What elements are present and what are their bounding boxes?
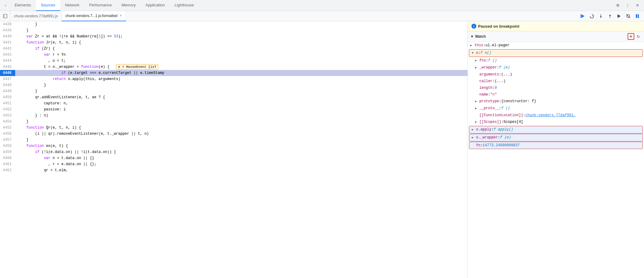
- line-number-4443[interactable]: 4443: [0, 52, 15, 58]
- settings-icon[interactable]: ⚙: [614, 1, 622, 10]
- watch-item-10[interactable]: [[FunctionLocation]]: chunk-vendors.77da…: [468, 112, 644, 119]
- watch-colon-11: :: [501, 119, 503, 125]
- tab-network[interactable]: Network: [60, 0, 84, 11]
- watch-prop-value-12: f apply(): [494, 127, 513, 132]
- code-line-4442: 4442 if (Zr) {: [0, 46, 468, 52]
- watch-item-0[interactable]: ▶this: ul.el-pager: [468, 42, 644, 49]
- watch-colon-4: :: [499, 72, 501, 77]
- code-line-4449: 4449 }: [0, 88, 468, 94]
- code-line-4456: 4456 (i || qr).removeEventListener(e, t.…: [0, 131, 468, 137]
- line-number-4454[interactable]: 4454: [0, 119, 15, 125]
- watch-item-3[interactable]: ▶_wrapper: f (e): [468, 64, 644, 71]
- watch-item-2[interactable]: ▶fns: f (): [468, 57, 644, 64]
- line-number-4461[interactable]: 4461: [0, 161, 15, 167]
- file-tab-close-icon[interactable]: ✕: [119, 14, 122, 18]
- line-code-4446: if (e.target === e.currentTarget || e.ti…: [15, 70, 468, 76]
- sidebar-toggle-button[interactable]: [0, 11, 10, 21]
- file-tabs-bar: chunk-vendors.77daf991.js chunk-vendors.…: [0, 11, 644, 21]
- line-number-4449[interactable]: 4449: [0, 88, 15, 94]
- step-over-button[interactable]: [587, 12, 596, 20]
- tab-elements[interactable]: Elements: [10, 0, 36, 11]
- watch-item-14[interactable]: Yn: 14773.24999999837: [469, 142, 643, 149]
- watch-item-4[interactable]: arguments: (...): [468, 71, 644, 78]
- hover-tooltip: e = MouseEvent {isT: [116, 64, 158, 70]
- watch-prop-name-4: arguments: [479, 72, 499, 77]
- line-number-4446[interactable]: 4446: [0, 70, 15, 76]
- step-into-button[interactable]: [597, 12, 605, 20]
- tree-arrow-11[interactable]: ▶: [475, 120, 479, 125]
- line-number-4439[interactable]: 4439: [0, 27, 15, 33]
- watch-item-1[interactable]: ▼o: f n(): [469, 49, 643, 57]
- svg-line-13: [626, 14, 630, 18]
- tab-left-arrow[interactable]: ‹: [1, 0, 10, 11]
- file-tab-unformatted[interactable]: chunk-vendors.77daf991.js: [10, 11, 62, 21]
- watch-colon-3: :: [497, 65, 499, 70]
- line-code-4438: }: [15, 21, 468, 27]
- watch-item-5[interactable]: caller: (...): [468, 78, 644, 85]
- file-tab-formatted[interactable]: chunk-vendors.7...1.js:formatted ✕: [62, 11, 126, 21]
- line-number-4441[interactable]: 4441: [0, 40, 15, 46]
- pause-button[interactable]: [633, 12, 642, 20]
- line-number-4462[interactable]: 4462: [0, 167, 15, 173]
- tab-memory[interactable]: Memory: [117, 0, 141, 11]
- watch-collapse-arrow[interactable]: ▼: [470, 34, 474, 39]
- code-line-4460: 4460 var n = t.data.on || {}: [0, 155, 468, 161]
- tree-arrow-8[interactable]: ▶: [475, 99, 479, 104]
- step-out-button[interactable]: [606, 12, 614, 20]
- line-number-4438[interactable]: 4438: [0, 21, 15, 27]
- line-number-4451[interactable]: 4451: [0, 100, 15, 106]
- watch-add-button[interactable]: +: [628, 33, 634, 40]
- code-line-4439: 4439 }: [0, 27, 468, 33]
- tab-lighthouse[interactable]: Lighthouse: [170, 0, 199, 11]
- tab-performance[interactable]: Performance: [84, 0, 117, 11]
- line-number-4460[interactable]: 4460: [0, 155, 15, 161]
- watch-prop-value-10[interactable]: chunk-vendors.77daf991.: [525, 113, 576, 118]
- line-number-4453[interactable]: 4453: [0, 113, 15, 119]
- line-number-4456[interactable]: 4456: [0, 131, 15, 137]
- resume-button[interactable]: [578, 12, 587, 20]
- line-number-4442[interactable]: 4442: [0, 46, 15, 52]
- tree-arrow-13[interactable]: ▶: [472, 135, 475, 141]
- watch-item-13[interactable]: ▶o._wrapper: f (e): [469, 134, 643, 141]
- watch-prop-value-3: f (e): [499, 65, 510, 70]
- code-line-4448: 4448 }: [0, 82, 468, 88]
- watch-colon-9: :: [499, 106, 501, 111]
- line-number-4448[interactable]: 4448: [0, 82, 15, 88]
- close-icon[interactable]: ✕: [633, 1, 642, 10]
- tree-arrow-2[interactable]: ▶: [475, 58, 479, 64]
- watch-item-12[interactable]: ▶o.apply: f apply(): [469, 126, 643, 134]
- tab-application[interactable]: Application: [141, 0, 170, 11]
- line-number-4440[interactable]: 4440: [0, 33, 15, 40]
- line-number-4459[interactable]: 4459: [0, 149, 15, 155]
- more-icon[interactable]: ⋮: [623, 1, 632, 10]
- tab-sources[interactable]: Sources: [36, 0, 60, 11]
- step-button[interactable]: [615, 12, 623, 20]
- watch-item-11[interactable]: ▶[[Scopes]]: Scopes[4]: [468, 119, 644, 126]
- svg-marker-4: [592, 15, 594, 16]
- line-number-4457[interactable]: 4457: [0, 137, 15, 143]
- watch-item-9[interactable]: ▶__proto__: f (): [468, 105, 644, 112]
- watch-colon-5: :: [492, 78, 495, 84]
- line-number-4458[interactable]: 4458: [0, 143, 15, 149]
- tree-arrow-1[interactable]: ▼: [472, 50, 475, 56]
- line-number-4447[interactable]: 4447: [0, 76, 15, 82]
- line-number-4444[interactable]: 4444: [0, 58, 15, 64]
- watch-refresh-button[interactable]: ↻: [635, 33, 642, 40]
- watch-item-6[interactable]: length: 0: [468, 85, 644, 91]
- line-number-4445[interactable]: 4445: [0, 64, 15, 70]
- deactivate-breakpoints-button[interactable]: [624, 12, 632, 20]
- watch-prop-value-2: f (): [488, 58, 497, 63]
- tree-arrow-0[interactable]: ▶: [470, 43, 474, 48]
- watch-item-8[interactable]: ▶prototype: {constructor: f}: [468, 98, 644, 105]
- file-tab-formatted-label: chunk-vendors.7...1.js:formatted: [65, 14, 117, 18]
- line-number-4455[interactable]: 4455: [0, 125, 15, 131]
- svg-rect-1: [3, 14, 5, 18]
- line-number-4452[interactable]: 4452: [0, 106, 15, 113]
- tree-arrow-3[interactable]: ▶: [475, 65, 479, 71]
- tree-arrow-12[interactable]: ▶: [472, 127, 475, 133]
- watch-prop-name-12: o.apply: [476, 127, 491, 132]
- line-number-4450[interactable]: 4450: [0, 94, 15, 100]
- tree-arrow-9[interactable]: ▶: [475, 106, 479, 111]
- watch-item-7[interactable]: name: "n": [468, 91, 644, 98]
- file-tab-unformatted-label: chunk-vendors.77daf991.js: [14, 14, 58, 18]
